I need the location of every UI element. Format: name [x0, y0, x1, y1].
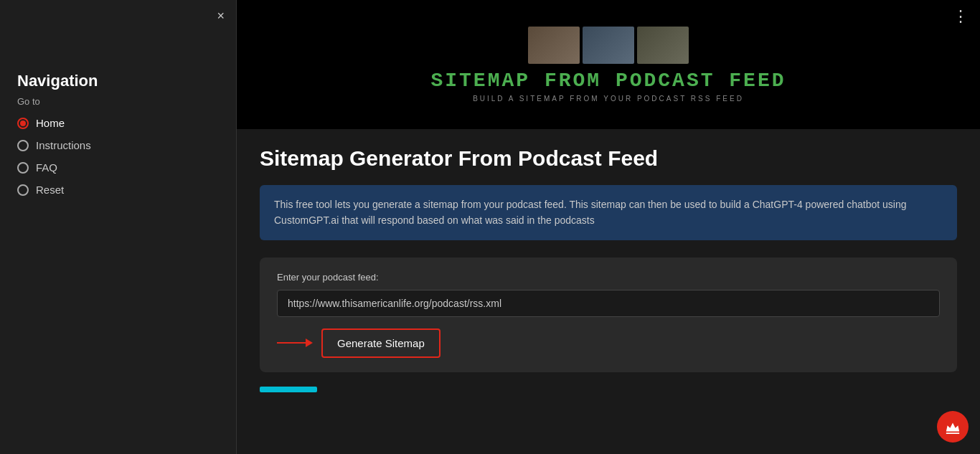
close-button[interactable]: ×: [217, 9, 225, 24]
bottom-teal-strip: [260, 387, 317, 392]
form-label: Enter your podcast feed:: [277, 272, 940, 283]
banner-image-1: [528, 27, 580, 64]
sidebar-item-faq[interactable]: FAQ: [17, 161, 219, 174]
nav-list: Home Instructions FAQ Reset: [17, 117, 219, 196]
banner-image-3: [637, 27, 689, 64]
arrow-indicator: [277, 339, 313, 347]
page-title: Sitemap Generator From Podcast Feed: [260, 146, 957, 171]
form-box: Enter your podcast feed: Generate Sitema…: [260, 257, 957, 372]
radio-reset: [17, 184, 29, 196]
banner-images: [528, 27, 689, 64]
nav-goto-label: Go to: [17, 96, 219, 107]
crown-icon: [945, 419, 961, 435]
main-content: ⋮ SITEMAP FROM PODCAST FEED BUILD A SITE…: [237, 0, 980, 454]
sidebar-label-instructions: Instructions: [36, 139, 91, 151]
more-options-icon[interactable]: ⋮: [953, 7, 969, 26]
radio-home: [17, 118, 29, 129]
banner-image-2: [583, 27, 634, 64]
generate-btn-wrapper: Generate Sitemap: [277, 328, 940, 358]
sidebar-label-reset: Reset: [36, 184, 64, 196]
banner-title: SITEMAP FROM PODCAST FEED: [430, 70, 786, 92]
banner: SITEMAP FROM PODCAST FEED BUILD A SITEMA…: [237, 0, 980, 129]
generate-sitemap-button[interactable]: Generate Sitemap: [321, 328, 440, 358]
sidebar-item-home[interactable]: Home: [17, 117, 219, 129]
radio-faq: [17, 162, 29, 174]
podcast-feed-input[interactable]: [277, 290, 940, 317]
arrow-line: [277, 342, 306, 344]
sidebar-item-reset[interactable]: Reset: [17, 184, 219, 196]
info-text: This free tool lets you generate a sitem…: [274, 197, 943, 229]
sidebar-item-instructions[interactable]: Instructions: [17, 139, 219, 151]
content-area: Sitemap Generator From Podcast Feed This…: [237, 129, 980, 410]
sidebar: × Navigation Go to Home Instructions FAQ…: [0, 0, 237, 454]
sidebar-label-faq: FAQ: [36, 161, 57, 174]
crown-badge-button[interactable]: [937, 411, 969, 443]
banner-content: SITEMAP FROM PODCAST FEED BUILD A SITEMA…: [237, 27, 980, 103]
nav-title: Navigation: [17, 72, 219, 90]
info-box: This free tool lets you generate a sitem…: [260, 185, 957, 240]
arrow-head: [306, 339, 313, 347]
banner-subtitle: BUILD A SITEMAP FROM YOUR PODCAST RSS FE…: [473, 95, 744, 103]
radio-instructions: [17, 140, 29, 151]
sidebar-label-home: Home: [36, 117, 65, 129]
